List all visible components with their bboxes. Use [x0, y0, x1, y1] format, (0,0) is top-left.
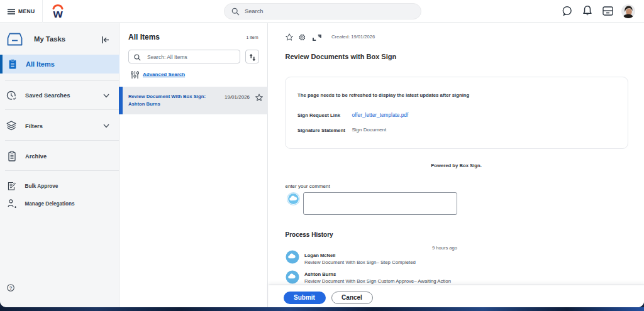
- svg-text:?: ?: [9, 285, 13, 291]
- svg-text:w: w: [52, 7, 62, 19]
